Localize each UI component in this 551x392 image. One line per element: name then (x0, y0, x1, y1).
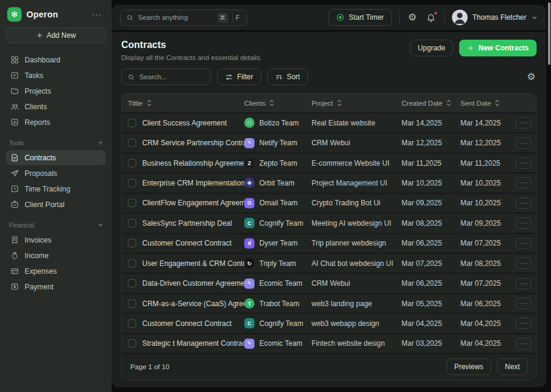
sidebar-item-invoices[interactable]: Invoices (6, 232, 106, 247)
tasks-icon (10, 71, 19, 80)
project-name: web3 webapp design (312, 319, 397, 328)
section-add-icon[interactable]: + (98, 139, 103, 146)
created-date: Mar 06,2025 (397, 279, 456, 288)
row-checkbox[interactable] (128, 279, 136, 288)
client-avatar: C (244, 318, 254, 328)
sidebar-item-dashboard[interactable]: Dashboard (6, 52, 106, 67)
table-row[interactable]: User Engagement & CRM Contract ↻ Triply … (122, 253, 536, 273)
row-checkbox[interactable] (128, 300, 136, 308)
sidebar-item-tasks[interactable]: Tasks (6, 68, 106, 83)
table-row[interactable]: Customer Connect Contract d Dyser Team T… (122, 233, 536, 253)
row-actions-button[interactable]: ··· (516, 217, 531, 229)
row-actions-button[interactable]: ··· (516, 258, 531, 269)
client-avatar: ↻ (244, 258, 254, 268)
column-sort-icon[interactable] (495, 99, 500, 107)
filter-icon (225, 73, 233, 81)
row-actions-button[interactable]: ··· (516, 298, 531, 309)
previous-page-button[interactable]: Previews (447, 358, 492, 375)
settings-gear-icon[interactable]: ⚙ (407, 11, 418, 23)
row-actions-button[interactable]: ··· (516, 117, 531, 128)
row-actions-button[interactable]: ··· (516, 338, 531, 349)
sidebar-item-time-tracking[interactable]: Time Tracking (6, 181, 106, 196)
sidebar-item-contracts[interactable]: Contracts (6, 150, 106, 165)
column-header-clients[interactable]: Clients (244, 99, 312, 107)
user-menu[interactable]: Thomas Fletcher (452, 10, 538, 25)
sidebar-item-client-portal[interactable]: Client Portal (6, 197, 106, 212)
table-row[interactable]: Strategic t Management Contract ✎ Ecomic… (122, 333, 536, 353)
column-sort-icon[interactable] (446, 99, 451, 107)
column-header-title[interactable]: Tittle (122, 99, 244, 107)
sidebar-item-clients[interactable]: Clients (6, 99, 106, 114)
global-search[interactable]: ⌘ F (120, 10, 247, 26)
sidebar-item-income[interactable]: Income (6, 248, 106, 263)
contract-title: CRM-as-a-Service (CaaS) Agreement (142, 300, 244, 308)
row-actions-button[interactable]: ··· (516, 137, 531, 149)
main-panel: ⌘ F Start Timer ⚙ (112, 5, 546, 387)
notifications-bell-icon[interactable] (425, 11, 437, 23)
row-checkbox[interactable] (128, 179, 136, 187)
column-header-created-date[interactable]: Created Date (397, 99, 456, 107)
sidebar-item-expenses[interactable]: Expenses (6, 264, 106, 279)
row-checkbox[interactable] (128, 159, 136, 167)
client-name: Ecomic Team (259, 339, 303, 348)
column-header-sent-date[interactable]: Sent Date (456, 99, 516, 107)
row-actions-button[interactable]: ··· (516, 238, 531, 249)
row-checkbox[interactable] (128, 219, 136, 228)
sent-date: Mar 08,2025 (456, 259, 516, 268)
table-body: Client Success Agreement ⚇ Botizo Team R… (122, 112, 536, 353)
row-actions-button[interactable]: ··· (516, 278, 531, 289)
table-row[interactable]: Business Relationship Agreement Z Zepto … (122, 152, 536, 172)
filter-button[interactable]: Filter (217, 68, 261, 85)
table-row[interactable]: CRM-as-a-Service (CaaS) Agreement T Trab… (122, 293, 536, 313)
row-actions-button[interactable]: ··· (516, 318, 531, 329)
column-settings-gear-icon[interactable]: ⚙ (526, 71, 537, 83)
created-date: Mar 05,2025 (397, 300, 456, 308)
table-row[interactable]: SalesSync Partnership Deal C Cognify Tea… (122, 213, 536, 232)
sidebar-item-payment[interactable]: Payment (6, 279, 106, 294)
row-checkbox[interactable] (128, 139, 136, 147)
sidebar-item-proposals[interactable]: Proposals (6, 166, 106, 181)
page-subtitle: Display all the Contracts and essential … (121, 54, 262, 61)
sidebar-item-reports[interactable]: Reports (6, 115, 106, 130)
add-new-button[interactable]: Add New (6, 28, 106, 43)
sort-button[interactable]: Sort (267, 68, 308, 85)
table-row[interactable]: ClientFlow Engagement Agreement O Omail … (122, 193, 536, 213)
row-checkbox[interactable] (128, 119, 136, 127)
project-name: Fintech website design (312, 339, 397, 348)
upgrade-button[interactable]: Upgrade (410, 40, 453, 56)
sent-date: Mar 10,2025 (456, 179, 516, 187)
row-actions-button[interactable]: ··· (516, 157, 531, 169)
column-sort-icon[interactable] (269, 99, 274, 107)
table-row[interactable]: Customer Connect Contract C Cognify Team… (122, 313, 536, 333)
new-contracts-button[interactable]: New Contracts (459, 40, 537, 56)
row-checkbox[interactable] (128, 199, 136, 207)
table-row[interactable]: CRM Service Partnership Contract ✎ Netif… (122, 132, 536, 152)
start-timer-button[interactable]: Start Timer (328, 9, 392, 26)
created-date: Mar 11,2025 (397, 159, 456, 167)
sidebar-menu-icon[interactable]: ··· (89, 10, 104, 19)
row-checkbox[interactable] (128, 319, 136, 328)
table-search-input[interactable] (139, 73, 206, 80)
row-checkbox[interactable] (128, 259, 136, 268)
column-sort-icon[interactable] (337, 99, 342, 107)
section-add-icon[interactable]: + (98, 221, 103, 229)
row-checkbox[interactable] (128, 239, 136, 247)
page-scrollbar[interactable] (548, 2, 550, 65)
column-header-project[interactable]: Project (312, 99, 397, 107)
table-row[interactable]: Client Success Agreement ⚇ Botizo Team R… (122, 112, 536, 132)
row-checkbox[interactable] (128, 339, 136, 348)
global-search-input[interactable] (138, 14, 213, 21)
table-row[interactable]: Data-Driven Customer Agreement ✎ Ecomic … (122, 273, 536, 292)
client-avatar: ✎ (244, 138, 254, 148)
column-sort-icon[interactable] (146, 99, 152, 107)
table-search[interactable] (121, 68, 211, 85)
table-row[interactable]: Enterprise CRM Implementation Deal ✚ Orb… (122, 172, 536, 192)
sent-date: Mar 10,2025 (456, 199, 516, 207)
contracts-icon (10, 153, 19, 162)
row-actions-button[interactable]: ··· (516, 177, 531, 188)
next-page-button[interactable]: Next (497, 358, 528, 375)
sent-date: Mar 06,2025 (456, 300, 516, 308)
sidebar-item-projects[interactable]: Projects (6, 83, 106, 98)
created-date: Mar 04,2025 (397, 319, 456, 328)
row-actions-button[interactable]: ··· (516, 198, 531, 209)
